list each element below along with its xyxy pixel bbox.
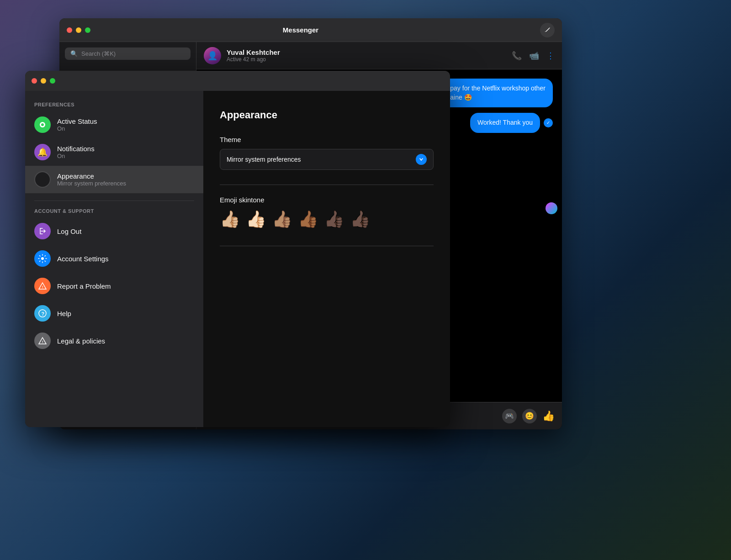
svg-point-2	[38, 175, 47, 184]
search-placeholder: Search (⌘K)	[81, 50, 116, 57]
report-problem-icon: !	[34, 278, 51, 294]
legal-title: Legal & policies	[57, 337, 194, 345]
theme-dropdown[interactable]: Mirror system preferences	[220, 149, 434, 170]
messenger-titlebar: Messenger	[59, 18, 562, 42]
pref-item-notifications[interactable]: 🔔 Notifications On	[25, 138, 203, 166]
pref-item-legal[interactable]: ! Legal & policies	[25, 327, 203, 354]
emoji-button[interactable]: 😊	[522, 409, 537, 423]
legal-icon: !	[34, 333, 51, 349]
skintone-5[interactable]: 👍🏿	[324, 211, 344, 227]
theme-value: Mirror system preferences	[227, 156, 301, 163]
contact-name: Yuval Keshtcher	[227, 48, 506, 56]
pref-maximize-button[interactable]	[50, 78, 55, 84]
pref-traffic-lights	[32, 78, 55, 84]
pref-item-report-problem[interactable]: ! Report a Problem	[25, 272, 203, 300]
search-icon: 🔍	[70, 50, 78, 57]
logout-title: Log Out	[57, 227, 194, 235]
sender-mini-avatar	[546, 202, 557, 214]
appearance-subtitle: Mirror system preferences	[57, 180, 194, 187]
active-status-title: Active Status	[57, 117, 194, 125]
notifications-subtitle: On	[57, 153, 194, 159]
report-problem-text: Report a Problem	[57, 282, 194, 290]
help-icon: ?	[34, 305, 51, 322]
pref-item-help[interactable]: ? Help	[25, 300, 203, 327]
active-status-text: Active Status On	[57, 117, 194, 132]
active-status-subtitle: On	[57, 125, 194, 132]
help-title: Help	[57, 310, 194, 317]
pref-item-active-status[interactable]: Active Status On	[25, 111, 203, 138]
pref-close-button[interactable]	[32, 78, 37, 84]
search-bar[interactable]: 🔍 Search (⌘K)	[65, 48, 191, 60]
svg-point-1	[41, 123, 44, 126]
legal-text: Legal & policies	[57, 337, 194, 345]
chat-header: 👤 Yuval Keshtcher Active 42 m ago 📞 📹 ⋮	[196, 42, 562, 69]
sticker-button[interactable]: 🎮	[502, 409, 517, 423]
appearance-icon	[34, 171, 51, 188]
contact-status: Active 42 m ago	[227, 56, 506, 63]
preferences-titlebar	[25, 71, 450, 91]
phone-icon[interactable]: 📞	[512, 51, 522, 61]
account-section-label: ACCOUNT & SUPPORT	[25, 208, 203, 217]
pref-item-logout[interactable]: Log Out	[25, 217, 203, 245]
pref-minimize-button[interactable]	[41, 78, 46, 84]
dropdown-arrow-icon	[416, 154, 427, 165]
preferences-window: PREFERENCES Active Status On 🔔	[25, 71, 450, 427]
skintone-4[interactable]: 👍🏾	[298, 211, 318, 227]
preferences-content-panel: Appearance Theme Mirror system preferenc…	[203, 91, 450, 427]
contact-avatar: 👤	[204, 47, 221, 64]
notifications-text: Notifications On	[57, 145, 194, 159]
preferences-body: PREFERENCES Active Status On 🔔	[25, 91, 450, 427]
logout-icon	[34, 223, 51, 239]
skintone-2[interactable]: 👍🏻	[246, 211, 266, 227]
account-settings-icon	[34, 250, 51, 267]
appearance-panel-title: Appearance	[220, 109, 434, 121]
svg-text:!: !	[42, 340, 43, 344]
appearance-title: Appearance	[57, 172, 194, 180]
account-settings-title: Account Settings	[57, 255, 194, 263]
video-icon[interactable]: 📹	[529, 51, 539, 61]
chat-action-buttons: 📞 📹 ⋮	[512, 51, 555, 61]
pref-item-account-settings[interactable]: Account Settings	[25, 245, 203, 272]
pref-item-appearance[interactable]: Appearance Mirror system preferences	[25, 166, 203, 193]
emoji-divider	[220, 246, 434, 246]
help-text: Help	[57, 310, 194, 317]
active-status-icon	[34, 116, 51, 133]
emoji-skintone-label: Emoji skintone	[220, 196, 434, 204]
message-row-2: Worked! Thank you ✓	[470, 113, 553, 133]
compose-button[interactable]	[540, 23, 555, 37]
notifications-icon: 🔔	[34, 144, 51, 160]
report-problem-title: Report a Problem	[57, 282, 194, 290]
read-receipt: ✓	[544, 118, 553, 127]
message-bubble-2: Worked! Thank you	[470, 113, 540, 133]
avatar-image: 👤	[204, 47, 221, 64]
contact-info: Yuval Keshtcher Active 42 m ago	[227, 48, 506, 63]
preferences-section-label: PREFERENCES	[25, 102, 203, 111]
svg-text:?: ?	[42, 311, 45, 317]
svg-point-3	[41, 257, 44, 260]
theme-label: Theme	[220, 136, 434, 143]
messenger-app-title: Messenger	[61, 26, 540, 34]
skintone-3[interactable]: 👍🏽	[272, 211, 292, 227]
preferences-sidebar: PREFERENCES Active Status On 🔔	[25, 91, 203, 427]
appearance-text: Appearance Mirror system preferences	[57, 172, 194, 187]
account-settings-text: Account Settings	[57, 255, 194, 263]
appearance-divider	[220, 185, 434, 185]
thumbs-up-button[interactable]: 👍	[542, 410, 555, 422]
skintone-1[interactable]: 👍🏼	[220, 211, 240, 227]
section-divider	[34, 201, 194, 201]
notifications-title: Notifications	[57, 145, 194, 153]
skintone-6[interactable]: 👍🏿	[350, 211, 371, 227]
svg-text:!: !	[42, 285, 43, 289]
more-icon[interactable]: ⋮	[546, 51, 555, 61]
emoji-skintone-picker: 👍🏼 👍🏻 👍🏽 👍🏾 👍🏿 👍🏿	[220, 211, 434, 227]
logout-text: Log Out	[57, 227, 194, 235]
